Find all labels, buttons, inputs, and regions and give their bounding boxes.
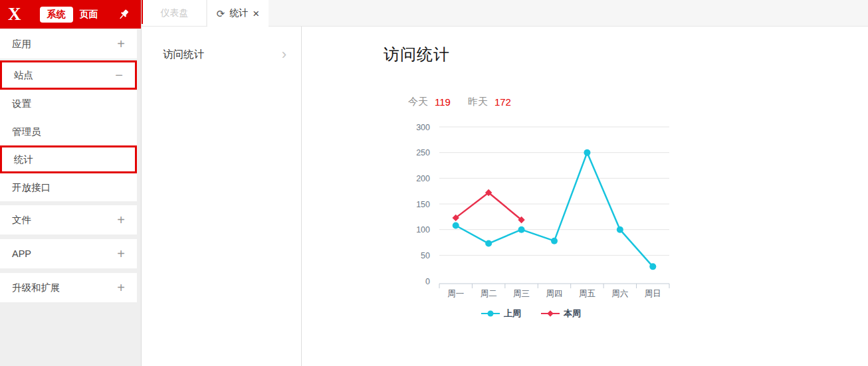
plus-icon[interactable]: + <box>117 281 125 294</box>
sidebar-item-label: 应用 <box>12 38 31 50</box>
x-axis-label: 周三 <box>513 289 530 298</box>
legend-item-1[interactable]: 本周 <box>541 308 581 320</box>
stat-value-today: 119 <box>435 96 451 108</box>
sidebar-item-files[interactable]: 文件 + <box>0 205 137 234</box>
sidebar-item-statistics[interactable]: 统计 <box>0 145 137 173</box>
sidebar-item-app[interactable]: APP + <box>0 239 137 268</box>
sidebar-item-label: 统计 <box>14 153 33 166</box>
stat-label-today: 今天 <box>408 96 428 108</box>
x-axis-label: 周六 <box>611 289 628 298</box>
data-point <box>649 263 656 270</box>
x-axis-label: 周二 <box>481 289 497 298</box>
legend-label: 上周 <box>504 308 521 320</box>
minus-icon[interactable]: − <box>115 68 123 82</box>
sidebar-item-label: 管理员 <box>12 126 41 138</box>
tab-dashboard[interactable]: 仪表盘 <box>143 0 207 26</box>
admin-app: X 系统 页面 应用 + 站点 <box>0 0 868 366</box>
sidebar-item-site[interactable]: 站点 − <box>0 60 137 90</box>
sidebar-item-open-api[interactable]: 开放接口 <box>0 173 137 201</box>
series-line-1 <box>456 193 522 220</box>
data-point <box>617 227 623 233</box>
data-point <box>518 227 525 233</box>
pushpin-icon[interactable] <box>117 8 130 21</box>
chart-legend: 上周本周 <box>388 308 674 320</box>
legend-item-0[interactable]: 上周 <box>481 308 521 320</box>
plus-icon[interactable]: + <box>117 247 125 260</box>
y-axis-label: 50 <box>421 251 430 260</box>
visit-chart: 050100150200250300周一周二周三周四周五周六周日 <box>388 119 674 304</box>
sidebar-menu: 应用 + 站点 − 设置 管理员 统计 开放接口 文件 + <box>0 29 141 302</box>
sidebar-item-apps[interactable]: 应用 + <box>0 29 137 58</box>
sidebar-item-label: 开放接口 <box>12 181 51 194</box>
sidebar: X 系统 页面 应用 + 站点 <box>0 0 142 366</box>
brand-logo: X <box>8 5 21 23</box>
nav-system-button[interactable]: 系统 <box>40 7 73 23</box>
y-axis-label: 0 <box>425 277 430 286</box>
brand-bar: X 系统 页面 <box>0 0 141 29</box>
y-axis-label: 100 <box>416 225 430 234</box>
tab-label: 统计 <box>229 7 248 19</box>
visit-chart-wrap: 050100150200250300周一周二周三周四周五周六周日 上周本周 <box>388 119 674 320</box>
secondary-panel: 访问统计 › <box>142 27 302 366</box>
plus-icon[interactable]: + <box>117 37 125 50</box>
sidebar-item-upgrade[interactable]: 升级和扩展 + <box>0 273 137 302</box>
tab-statistics[interactable]: ⟳ 统计 × <box>207 0 269 27</box>
y-axis-label: 300 <box>416 123 430 132</box>
y-axis-label: 200 <box>416 174 430 183</box>
sidebar-item-label: 文件 <box>12 214 31 227</box>
content-row: 访问统计 › 访问统计 今天 119 昨天 172 05010015020025… <box>142 27 868 366</box>
series-line-0 <box>456 153 653 267</box>
close-icon[interactable]: × <box>253 8 259 19</box>
tabbar-red-edge <box>142 0 143 24</box>
x-axis-label: 周日 <box>645 289 661 298</box>
sidebar-item-settings[interactable]: 设置 <box>0 90 137 118</box>
sidebar-item-label: 站点 <box>14 69 33 82</box>
legend-label: 本周 <box>564 308 581 320</box>
stats-summary: 今天 119 昨天 172 <box>408 96 868 108</box>
chevron-right-icon: › <box>282 47 286 62</box>
brand-nav: 系统 页面 <box>40 7 98 23</box>
y-axis-label: 150 <box>416 200 430 209</box>
sidebar-item-label: 升级和扩展 <box>12 282 60 294</box>
legend-marker-icon <box>541 310 560 318</box>
nav-page-button[interactable]: 页面 <box>80 9 98 21</box>
stat-value-yesterday: 172 <box>494 96 511 108</box>
refresh-icon[interactable]: ⟳ <box>217 9 225 19</box>
data-point <box>551 238 558 244</box>
page-title: 访问统计 <box>383 44 868 65</box>
data-point <box>453 222 459 229</box>
data-point <box>584 149 590 156</box>
panel-item-visit-stats[interactable]: 访问统计 › <box>142 41 301 68</box>
workspace: 仪表盘 ⟳ 统计 × 访问统计 › 访问统计 今天 119 昨天 <box>142 0 868 366</box>
sidebar-item-label: APP <box>12 248 31 259</box>
main-content: 访问统计 今天 119 昨天 172 050100150200250300周一周… <box>302 27 868 366</box>
x-axis-label: 周四 <box>546 289 563 298</box>
tab-bar: 仪表盘 ⟳ 统计 × <box>142 0 868 27</box>
panel-item-label: 访问统计 <box>163 48 204 62</box>
stat-label-yesterday: 昨天 <box>468 96 488 108</box>
tab-label: 仪表盘 <box>161 7 189 19</box>
y-axis-label: 250 <box>416 148 430 157</box>
sidebar-item-admins[interactable]: 管理员 <box>0 118 137 145</box>
legend-marker-icon <box>481 310 500 318</box>
sidebar-item-label: 设置 <box>12 98 31 110</box>
x-axis-label: 周一 <box>447 289 464 298</box>
plus-icon[interactable]: + <box>117 213 125 227</box>
x-axis-label: 周五 <box>579 289 596 298</box>
data-point <box>485 240 492 247</box>
